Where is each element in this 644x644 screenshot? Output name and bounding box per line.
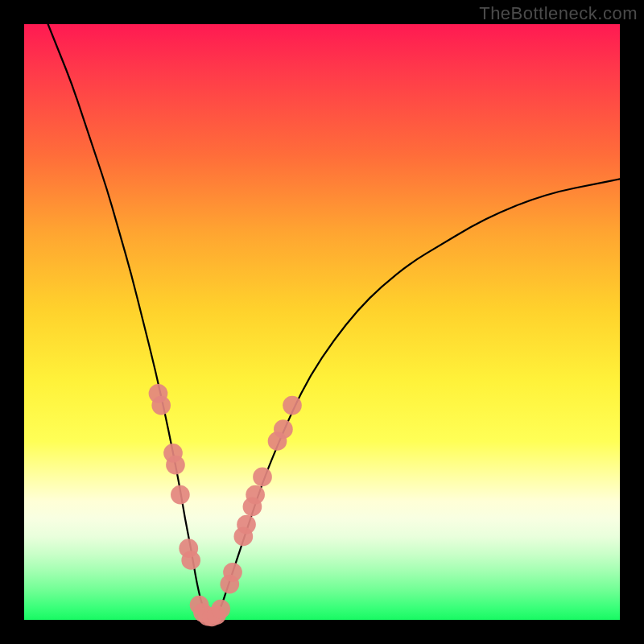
- chart-stage: TheBottleneck.com: [0, 0, 644, 644]
- plot-area: [24, 24, 620, 620]
- attribution-text: TheBottleneck.com: [479, 3, 638, 24]
